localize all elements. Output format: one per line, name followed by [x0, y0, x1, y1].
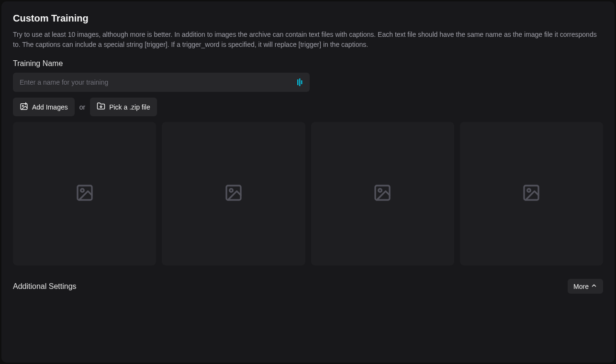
- svg-point-9: [80, 189, 84, 192]
- training-name-input[interactable]: [13, 73, 310, 92]
- image-slot[interactable]: [13, 122, 156, 265]
- image-placeholder-icon: [373, 183, 392, 204]
- chevron-up-icon: [591, 282, 597, 290]
- image-slot[interactable]: [460, 122, 603, 265]
- svg-rect-0: [297, 79, 299, 85]
- folder-zip-icon: [97, 102, 105, 112]
- image-add-icon: [20, 102, 28, 112]
- or-separator: or: [79, 103, 85, 111]
- more-button-label: More: [573, 283, 589, 290]
- add-images-label: Add Images: [32, 103, 68, 111]
- image-placeholder-icon: [224, 183, 243, 204]
- pick-zip-label: Pick a .zip file: [109, 103, 150, 111]
- image-placeholder-icon: [75, 183, 94, 204]
- more-button[interactable]: More: [568, 279, 603, 294]
- svg-point-4: [22, 105, 23, 106]
- svg-point-13: [379, 189, 382, 192]
- image-slot[interactable]: [311, 122, 454, 265]
- button-row: Add Images or Pick a .zip file: [13, 98, 603, 116]
- pick-zip-button[interactable]: Pick a .zip file: [90, 98, 157, 116]
- svg-point-11: [230, 189, 233, 192]
- svg-rect-1: [299, 78, 301, 86]
- add-images-button[interactable]: Add Images: [13, 98, 75, 116]
- image-placeholder-icon: [522, 183, 541, 204]
- generate-icon[interactable]: [297, 78, 304, 86]
- main-container: Custom Training Try to use at least 10 i…: [1, 1, 615, 363]
- image-slot[interactable]: [162, 122, 305, 265]
- training-name-wrapper: [13, 73, 310, 92]
- page-title: Custom Training: [13, 13, 603, 24]
- svg-rect-2: [301, 80, 302, 84]
- settings-row: Additional Settings More: [13, 279, 603, 294]
- training-name-label: Training Name: [13, 59, 603, 68]
- additional-settings-label: Additional Settings: [13, 282, 77, 291]
- svg-point-15: [527, 189, 531, 192]
- image-grid: [13, 122, 603, 265]
- page-description: Try to use at least 10 images, although …: [13, 30, 597, 50]
